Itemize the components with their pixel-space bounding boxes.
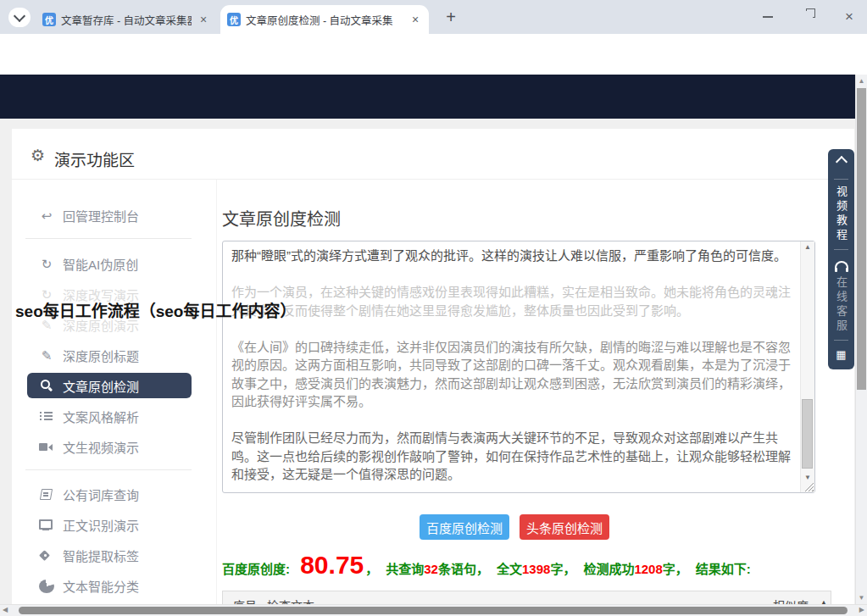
stats-number: 1398 bbox=[522, 562, 550, 576]
scrollbar-thumb[interactable] bbox=[802, 399, 813, 469]
monitor-icon bbox=[39, 518, 54, 531]
scrollbar-thumb[interactable] bbox=[857, 88, 866, 390]
scroll-down-icon[interactable]: ▼ bbox=[856, 594, 867, 602]
search-icon bbox=[39, 379, 54, 392]
sidebar-item-back-console[interactable]: ↩回管理控制台 bbox=[27, 203, 192, 228]
stats-text: 字， bbox=[663, 562, 688, 576]
page-title: 文章原创度检测 bbox=[222, 206, 341, 230]
sidebar-item-extract-tags[interactable]: 智能提取标签 bbox=[27, 542, 192, 568]
sidebar-item-originality-check[interactable]: 文章原创检测 bbox=[27, 373, 192, 398]
sidebar-item-text-classification[interactable]: 文本智能分类 bbox=[27, 573, 192, 598]
sidebar-item-text-to-video[interactable]: 文生视频演示 bbox=[27, 434, 192, 459]
sidebar-item-label: 智能提取标签 bbox=[63, 547, 139, 564]
result-stats: 百度原创度: 80.75，共查询32条语句，全文1398字，检测成功1208字，… bbox=[222, 551, 832, 580]
divider bbox=[834, 179, 848, 180]
browser-tab-active[interactable]: 优 文章原创度检测 - 自动文章采集 × bbox=[220, 5, 429, 34]
section-title: 演示功能区 bbox=[54, 147, 135, 170]
gear-icon: ⚙ bbox=[31, 146, 45, 165]
browser-tab-inactive[interactable]: 优 文章暂存库 - 自动文章采集器- × bbox=[36, 7, 217, 32]
site-favicon-icon: 优 bbox=[227, 13, 241, 26]
tab-title: 文章原创度检测 - 自动文章采集 bbox=[246, 12, 403, 28]
sidebar-item-label: 深度原创标题 bbox=[63, 347, 139, 364]
refresh-icon: ↻ bbox=[39, 287, 54, 301]
scroll-up-icon[interactable]: ▲ bbox=[856, 77, 867, 85]
originality-score: 80.75 bbox=[300, 551, 364, 579]
tab-title: 文章暂存库 - 自动文章采集器- bbox=[61, 12, 192, 28]
scrollbar-thumb[interactable] bbox=[19, 607, 848, 614]
undo-icon: ↩ bbox=[39, 208, 54, 222]
horizontal-scrollbar[interactable]: ◀ ▶ bbox=[0, 604, 867, 616]
tab-search-button[interactable] bbox=[8, 8, 31, 27]
sidebar-item-body-recognition[interactable]: 正文识别演示 bbox=[27, 512, 192, 537]
baidu-check-button[interactable]: 百度原创检测 bbox=[420, 514, 509, 540]
toutiao-check-button[interactable]: 头条原创检测 bbox=[520, 514, 609, 540]
sidebar-item-label: 文案风格解析 bbox=[63, 408, 139, 425]
floating-side-widget: 视频教程 在线客服 ▦ bbox=[828, 149, 854, 369]
restore-button[interactable] bbox=[803, 12, 813, 21]
scroll-left-icon[interactable]: ◀ bbox=[3, 606, 8, 613]
stats-text: 结果如下: bbox=[696, 562, 751, 576]
sidebar-item-label: 正文识别演示 bbox=[63, 516, 139, 534]
divider bbox=[25, 238, 192, 239]
qr-code-icon[interactable]: ▦ bbox=[836, 348, 846, 361]
divider bbox=[216, 180, 217, 616]
scroll-up-icon[interactable]: ▲ bbox=[801, 243, 814, 251]
video-camera-icon bbox=[39, 440, 54, 453]
sidebar-item-label: 文生视频演示 bbox=[63, 438, 139, 456]
stats-text: 字， bbox=[550, 562, 575, 576]
scroll-down-icon[interactable]: ▼ bbox=[801, 474, 814, 481]
site-navbar: 优 采云 AI时代内容工厂 首页 站长必读 计费方式 管理控制台 帮助中心 通知… bbox=[0, 75, 867, 119]
edit-icon: ✎ bbox=[39, 348, 54, 362]
book-icon bbox=[39, 487, 54, 501]
restore-icon bbox=[803, 12, 813, 21]
scroll-right-icon[interactable]: ▶ bbox=[859, 606, 864, 613]
vertical-scrollbar[interactable]: ▲ ▼ bbox=[855, 75, 867, 604]
sidebar-item-public-lexicon[interactable]: 公有词库查询 bbox=[27, 481, 192, 507]
tag-icon bbox=[39, 548, 54, 562]
sidebar-item-label: 深度改写演示 bbox=[63, 286, 139, 303]
divider bbox=[834, 340, 848, 341]
paragraph: 《在人间》的口碑持续走低，这并非仅因演员们的演技有所欠缺，剧情的晦涩与难以理解也… bbox=[231, 338, 792, 411]
divider bbox=[25, 469, 192, 470]
stats-label: 百度原创度: bbox=[222, 562, 293, 576]
article-textarea[interactable]: 那种“瞪眼”式的演绎方式遭到了观众的批评。这样的演技让人难以信服，严重影响了角色… bbox=[222, 241, 815, 493]
close-window-button[interactable]: × bbox=[841, 8, 858, 25]
paragraph: 尽管制作团队已经尽力而为，然而剧情与表演两大关键环节的不足，导致观众对这部剧难以… bbox=[231, 429, 792, 484]
sidebar-item-original-title[interactable]: ✎深度原创标题 bbox=[27, 342, 192, 368]
textarea-scrollbar[interactable]: ▲ ▼ bbox=[800, 241, 814, 492]
stats-text: 条语句， bbox=[438, 562, 489, 576]
minimize-button[interactable] bbox=[763, 16, 773, 18]
stats-text: 全文 bbox=[497, 562, 522, 576]
sidebar-item-deep-original[interactable]: ✎深度原创演示 bbox=[27, 312, 192, 337]
sidebar-item-ai-rewrite[interactable]: ↻智能AI伪原创 bbox=[27, 251, 192, 276]
video-tutorial-link[interactable]: 视频教程 bbox=[834, 186, 848, 243]
sidebar-item-deep-rewrite[interactable]: ↻深度改写演示 bbox=[27, 281, 192, 307]
close-tab-icon[interactable]: × bbox=[408, 13, 422, 26]
stats-text: 检测成功 bbox=[583, 562, 634, 576]
sidebar-item-label: 智能AI伪原创 bbox=[63, 255, 138, 273]
browser-titlebar: 优 文章暂存库 - 自动文章采集器- × 优 文章原创度检测 - 自动文章采集 … bbox=[0, 0, 867, 34]
browser-toolbar: ← → ↻ ucaiyun.com/caiji/test_original/ ☆… bbox=[0, 34, 867, 75]
stats-number: 32 bbox=[424, 562, 438, 576]
refresh-icon: ↻ bbox=[39, 257, 54, 270]
ordered-list-icon bbox=[39, 409, 54, 423]
sidebar-item-label: 回管理控制台 bbox=[63, 207, 139, 225]
divider bbox=[834, 249, 848, 250]
stats-number: 1208 bbox=[634, 562, 662, 576]
site-favicon-icon: 优 bbox=[42, 13, 56, 26]
sidebar-item-label: 文章原创检测 bbox=[63, 377, 139, 395]
sidebar-item-label: 公有词库查询 bbox=[63, 486, 139, 503]
article-text: 那种“瞪眼”式的演绎方式遭到了观众的批评。这样的演技让人难以信服，严重影响了角色… bbox=[231, 247, 792, 490]
headset-icon bbox=[835, 261, 848, 271]
back-to-top-icon[interactable] bbox=[835, 156, 847, 168]
new-tab-button[interactable]: + bbox=[441, 7, 461, 27]
paragraph: 那种“瞪眼”式的演绎方式遭到了观众的批评。这样的演技让人难以信服，严重影响了角色… bbox=[231, 247, 792, 265]
online-service-link[interactable]: 在线客服 bbox=[834, 276, 848, 334]
close-tab-icon[interactable]: × bbox=[197, 13, 210, 26]
sidebar-item-label: 深度原创演示 bbox=[63, 316, 139, 334]
paragraph: 作为一个演员，在这种关键的情感戏份里表现得如此糟糕，实在是相当致命。她未能将角色… bbox=[231, 283, 792, 319]
sidebar-item-label: 文本智能分类 bbox=[63, 577, 139, 595]
stats-text: ， bbox=[365, 562, 378, 576]
divider bbox=[12, 179, 854, 180]
sidebar-item-style-analysis[interactable]: 文案风格解析 bbox=[27, 403, 192, 429]
